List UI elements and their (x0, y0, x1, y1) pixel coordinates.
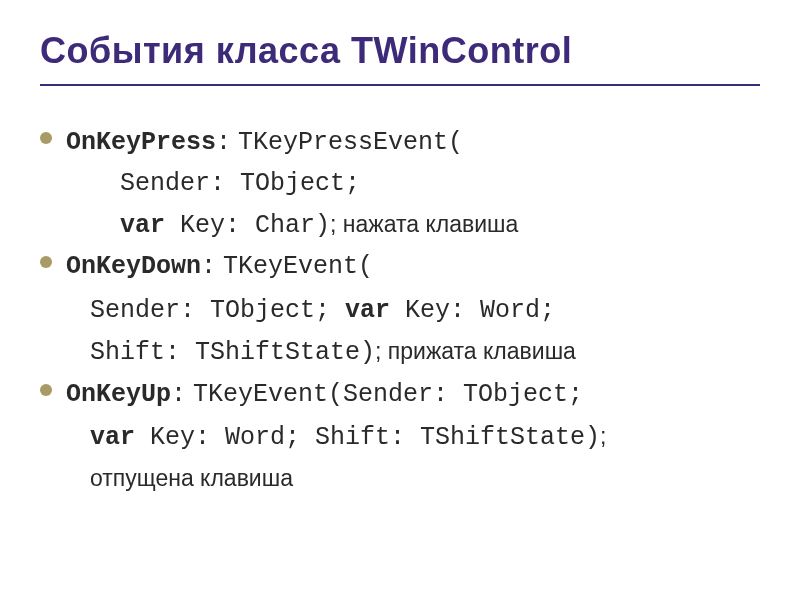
bullet-icon (40, 256, 52, 268)
slide-heading: События класса TWinControl (40, 30, 760, 72)
event-name: OnKeyDown (66, 252, 201, 281)
event-colon: : (201, 252, 216, 281)
keyword-var: var (120, 211, 165, 240)
param-text: Key: Word; (390, 296, 555, 325)
list-item: OnKeyUp: TKeyEvent(Sender: TObject; (40, 373, 760, 415)
heading-underline (40, 84, 760, 86)
note-text: ; прижата клавиша (375, 338, 576, 364)
bullet-icon (40, 384, 52, 396)
param-line: var Key: Char); нажата клавиша (40, 204, 760, 246)
param-line: Shift: TShiftState); прижата клавиша (40, 331, 760, 373)
param-line: Sender: TObject; var Key: Word; (40, 289, 760, 331)
note-text: ; (600, 423, 606, 449)
param-text: Sender: TObject; (90, 296, 345, 325)
event-line: OnKeyUp: TKeyEvent(Sender: TObject; (66, 373, 583, 415)
event-line: OnKeyDown: TKeyEvent( (66, 245, 373, 287)
event-colon: : (216, 128, 231, 157)
param-text: Shift: TShiftState) (90, 338, 375, 367)
note-text: отпущена клавиша (90, 465, 293, 491)
param-line: Sender: TObject; (40, 165, 760, 204)
list-item: OnKeyPress: TKeyPressEvent( (40, 121, 760, 163)
param-text: Sender: TObject; (343, 380, 583, 409)
slide-content: OnKeyPress: TKeyPressEvent( Sender: TObj… (40, 121, 760, 497)
param-line: отпущена клавиша (40, 458, 760, 497)
note-text: ; нажата клавиша (330, 211, 518, 237)
keyword-var: var (345, 296, 390, 325)
keyword-var: var (90, 423, 135, 452)
param-text: Key: Char) (165, 211, 330, 240)
event-type: TKeyEvent( (193, 380, 343, 409)
event-type: TKeyEvent( (223, 252, 373, 281)
event-name: OnKeyPress (66, 128, 216, 157)
event-type: TKeyPressEvent( (238, 128, 463, 157)
list-item: OnKeyDown: TKeyEvent( (40, 245, 760, 287)
bullet-icon (40, 132, 52, 144)
event-colon: : (171, 380, 186, 409)
param-line: var Key: Word; Shift: TShiftState); (40, 416, 760, 458)
event-line: OnKeyPress: TKeyPressEvent( (66, 121, 463, 163)
param-text: Key: Word; Shift: TShiftState) (135, 423, 600, 452)
event-name: OnKeyUp (66, 380, 171, 409)
